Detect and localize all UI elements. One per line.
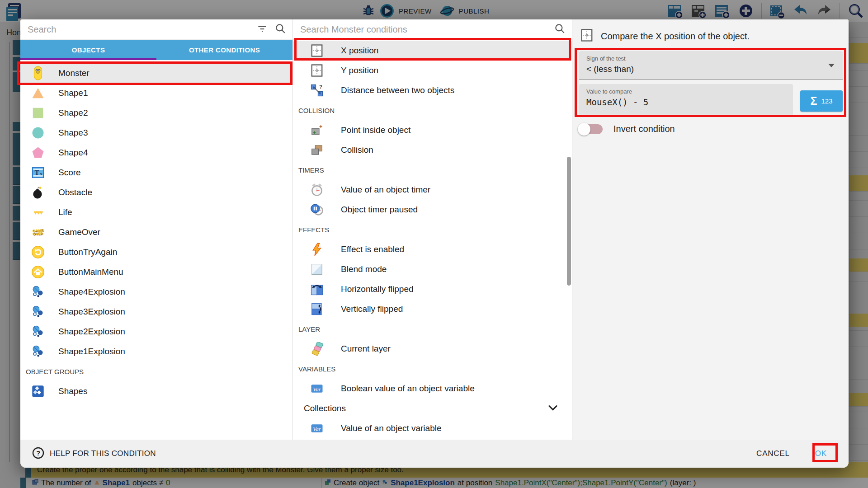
layer-icon (309, 341, 325, 357)
condition-label: Object timer paused (341, 205, 418, 215)
condition-item-current-layer[interactable]: Current layer (293, 339, 572, 359)
object-row-shape2explosion[interactable]: Shape2Explosion (20, 322, 292, 342)
conditions-scrollbar[interactable] (567, 157, 571, 286)
sign-of-test-value: < (less than) (586, 64, 843, 74)
object-panel-tabs: OBJECTS OTHER CONDITIONS (20, 40, 292, 60)
object-row-score[interactable]: TxScore (20, 163, 292, 183)
condition-item-x-position[interactable]: X position (293, 41, 572, 61)
value-to-compare-value: MouseX() - 5 (586, 97, 793, 107)
home-button-icon (30, 264, 46, 280)
object-row-shape1[interactable]: Shape1 (20, 83, 292, 103)
active-tab-underline (20, 58, 156, 60)
object-row-shape3explosion[interactable]: Shape3Explosion (20, 302, 292, 322)
svg-text:Var: Var (313, 426, 321, 432)
condition-item-vertically-flipped[interactable]: Vertically flipped (293, 299, 572, 319)
object-label: Obstacle (58, 188, 92, 197)
condition-item-value-of-an-object-variable[interactable]: VarValue of an object variable (293, 418, 572, 438)
object-row-life[interactable]: ♥♥♥Life (20, 202, 292, 222)
condition-editor-dialog: OBJECTS OTHER CONDITIONS MonsterShape1Sh… (20, 19, 849, 468)
group-label: Shapes (58, 386, 87, 396)
expander-label: Collections (304, 404, 346, 413)
object-label: Shape3 (58, 128, 88, 138)
object-label: Shape2Explosion (58, 327, 125, 337)
object-label: Shape1 (58, 88, 88, 98)
group-row-shapes[interactable]: Shapes (20, 381, 292, 401)
help-button[interactable]: ? HELP FOR THIS CONDITION (32, 447, 156, 461)
circle-icon (30, 125, 46, 141)
condition-label: Distance between two objects (341, 85, 454, 95)
object-label: ButtonMainMenu (58, 267, 123, 277)
effect-icon (309, 242, 325, 257)
condition-item-boolean-value-of-an-object-variable[interactable]: VarBoolean value of an object variable (293, 379, 572, 399)
bomb-icon (30, 185, 46, 200)
object-label: Shape1Explosion (58, 347, 125, 357)
filter-icon[interactable] (256, 23, 268, 36)
retry-button-icon (30, 244, 46, 260)
tab-other-conditions[interactable]: OTHER CONDITIONS (156, 40, 292, 60)
object-row-buttonmainmenu[interactable]: ButtonMainMenu (20, 262, 292, 282)
position-icon (580, 28, 594, 44)
triangle-icon (30, 85, 46, 101)
condition-item-collision[interactable]: Collision (293, 140, 572, 160)
expression-builder-button[interactable]: Σ 123 (800, 90, 843, 112)
monster-icon (30, 66, 46, 81)
flip-h-icon (309, 282, 325, 297)
condition-item-blend-mode[interactable]: Blend mode (293, 259, 572, 279)
object-label: Life (58, 207, 72, 217)
object-row-shape3[interactable]: Shape3 (20, 123, 292, 143)
condition-label: Value of an object timer (341, 185, 430, 195)
object-label: GameOver (58, 227, 100, 237)
condition-label: Current layer (341, 344, 391, 354)
condition-item-object-timer-paused[interactable]: Object timer paused (293, 200, 572, 220)
object-row-shape1explosion[interactable]: Shape1Explosion (20, 342, 292, 361)
toggle-knob (578, 123, 590, 136)
invert-condition-toggle[interactable] (579, 124, 603, 134)
condition-item-effect-is-enabled[interactable]: Effect is enabled (293, 239, 572, 259)
svg-text:?: ? (319, 84, 322, 89)
condition-item-point-inside-object[interactable]: ++Point inside object (293, 120, 572, 140)
object-row-shape2[interactable]: Shape2 (20, 103, 292, 123)
condition-item-distance-between-two-objects[interactable]: ?Distance between two objects (293, 80, 572, 100)
object-row-gameover[interactable]: GAMEOVERGameOver (20, 222, 292, 242)
sigma-icon: Σ (810, 95, 817, 107)
svg-text:+: + (319, 123, 322, 130)
section-header-timers: TIMERS (293, 160, 572, 180)
condition-item-value-of-an-object-timer[interactable]: Value of an object timer (293, 180, 572, 200)
square-icon (30, 105, 46, 121)
svg-text:+: + (313, 130, 316, 135)
pentagon-icon (30, 145, 46, 160)
position-icon (309, 63, 325, 78)
section-header-variables: VARIABLES (293, 359, 572, 379)
field-label: Sign of the test (586, 55, 843, 62)
object-search-bar (20, 19, 292, 40)
object-search-input[interactable] (28, 24, 250, 35)
condition-parameters-panel: Compare the X position of the object. Si… (572, 19, 849, 440)
point-inside-icon: ++ (309, 122, 325, 138)
value-to-compare-field[interactable]: Value to compare MouseX() - 5 (579, 84, 793, 114)
ok-button[interactable]: OK (815, 449, 827, 458)
condition-search-input[interactable] (300, 24, 547, 35)
expander-collections[interactable]: Collections (293, 399, 572, 418)
condition-label: Point inside object (341, 125, 410, 135)
collision-icon (309, 142, 325, 158)
tab-objects[interactable]: OBJECTS (20, 40, 156, 60)
flip-v-icon (309, 301, 325, 317)
particles-icon (30, 284, 46, 300)
search-icon (554, 23, 566, 36)
condition-search-bar (293, 19, 572, 40)
object-row-shape4[interactable]: Shape4 (20, 143, 292, 163)
svg-text:Var: Var (313, 386, 321, 393)
chevron-down-icon (547, 401, 559, 416)
object-row-monster[interactable]: Monster (20, 63, 292, 83)
object-row-obstacle[interactable]: Obstacle (20, 183, 292, 202)
sign-of-test-dropdown[interactable]: Sign of the test < (less than) (579, 51, 843, 80)
cancel-button[interactable]: CANCEL (756, 449, 790, 458)
condition-item-horizontally-flipped[interactable]: Horizontally flipped (293, 279, 572, 299)
object-row-buttontryagain[interactable]: ButtonTryAgain (20, 242, 292, 262)
condition-description: Compare the X position of the object. (601, 31, 750, 42)
condition-item-y-position[interactable]: Y position (293, 61, 572, 80)
object-row-shape4explosion[interactable]: Shape4Explosion (20, 282, 292, 302)
conditions-list: X positionY position?Distance between tw… (293, 40, 572, 440)
object-groups-header: OBJECT GROUPS (20, 361, 292, 381)
help-label: HELP FOR THIS CONDITION (50, 449, 156, 458)
